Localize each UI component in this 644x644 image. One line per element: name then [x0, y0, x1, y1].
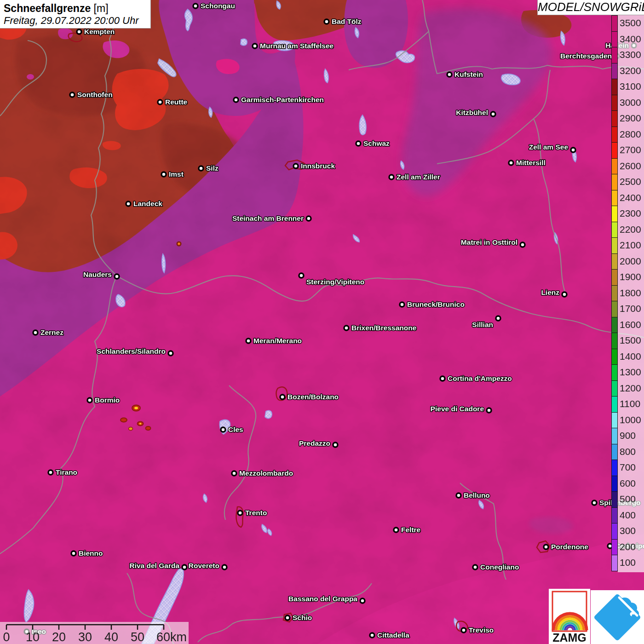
colorbar-tick-label: 1800 [620, 287, 644, 299]
city-dot [356, 141, 361, 146]
city-dot [333, 443, 338, 447]
city-bruneck-brunico: Bruneck/Brunico [400, 300, 465, 308]
city-label: Sonthofen [77, 91, 113, 98]
colorbar-tick-label: 2900 [620, 112, 644, 124]
colorbar-segment-200 [611, 539, 618, 556]
colorbar-segment-3000 [611, 95, 618, 111]
city-dot [544, 545, 548, 549]
scale-bar-label: 40 [104, 630, 118, 644]
map-datetime: Freitag, 29.07.2022 20:00 Uhr [4, 15, 147, 27]
city-dot [246, 339, 251, 343]
scale-bar-label: 30 [78, 630, 92, 644]
city-label: Imst [169, 170, 184, 178]
city-dot [70, 92, 75, 97]
city-label: Conegliano [480, 563, 519, 571]
colorbar-tick-label: 1400 [620, 351, 644, 362]
title-box: Schneefallgrenze [m] Freitag, 29.07.2022… [0, 0, 151, 29]
city-pieve-di-cadore: Pieve di Cadore [431, 405, 491, 413]
city-label: Schio [293, 614, 312, 621]
city-label: Pieve di Cadore [431, 405, 484, 413]
city-label: Kitzbühel [456, 109, 488, 116]
colorbar-tick-label: 2600 [620, 160, 644, 172]
city-bassano-del-grappa: Bassano del Grappa [288, 595, 365, 603]
city-conegliano: Conegliano [473, 563, 519, 571]
colorbar-tick-label: 1200 [620, 382, 644, 394]
city-dot [221, 427, 225, 432]
city-label: Bozen/Bolzano [288, 393, 339, 401]
city-dot [48, 470, 53, 475]
city-dot [232, 471, 236, 476]
mountain-cloud-icon [597, 597, 639, 638]
colorbar-tick-label: 3100 [620, 80, 644, 92]
city-dot [115, 274, 119, 279]
colorbar-segment-2900 [611, 110, 618, 127]
city-dot [520, 242, 525, 247]
city-dot [496, 316, 500, 321]
city-label: Rovereto [189, 562, 219, 569]
colorbar-segment-2600 [611, 158, 618, 175]
city-label: Feltre [401, 526, 421, 534]
city-dot [562, 292, 567, 297]
city-label: Cittadella [377, 631, 409, 639]
colorbar-tick-label: 300 [620, 525, 644, 537]
city-steinach-am-brenner: Steinach am Brenner [232, 214, 311, 222]
city-schlanders-silandro: Schlanders/Silandro [97, 347, 173, 356]
colorbar-segment-400 [611, 507, 618, 524]
colorbar-segment-1300 [611, 364, 618, 381]
city-label: Trento [245, 509, 267, 517]
colorbar-segment-2500 [611, 174, 618, 190]
colorbar-segment-3300 [611, 47, 618, 63]
city-label: Sterzing/Vipiteno [306, 278, 364, 286]
colorbar-tick-label: 600 [620, 477, 644, 489]
city-label: Mezzolombardo [239, 469, 293, 477]
city-label: Bruneck/Brunico [407, 300, 465, 308]
zamg-logo: ZAMG [549, 589, 590, 644]
city-label: Tirano [56, 468, 77, 476]
city-dot [447, 72, 452, 77]
colorbar-segment-1600 [611, 317, 618, 334]
city-label: Riva del Garda [129, 562, 179, 569]
city-dot [182, 565, 187, 569]
colorbar-tick-label: 1500 [620, 334, 644, 346]
colorbar-segment-1400 [611, 349, 618, 365]
scale-bar-graphic: 0102030405060km [0, 622, 189, 644]
city-dot [370, 633, 374, 638]
city-label: Zell am See [529, 143, 569, 151]
colorbar-segment-300 [611, 523, 618, 540]
colorbar-tick-label: 800 [620, 446, 644, 458]
colorbar-tick-label: 2100 [620, 239, 644, 251]
map-title: Schneefallgrenze [m] [4, 2, 147, 15]
city-dot [360, 598, 365, 603]
colorbar-segment-2100 [611, 237, 618, 254]
colorbar-tick-label: 3300 [620, 49, 644, 61]
title-text: Schneefallgrenze [4, 2, 91, 14]
city-dot [394, 528, 398, 532]
colorbar-segment-1800 [611, 285, 618, 302]
city-label: Nauders [83, 270, 112, 278]
city-bozen-bolzano: Bozen/Bolzano [280, 393, 339, 401]
city-label: Landeck [133, 200, 162, 207]
colorbar-tick-label: 500 [620, 493, 644, 505]
zamg-rainbow-icon [553, 614, 586, 630]
city-label: Treviso [469, 626, 494, 634]
city-dot [33, 330, 38, 335]
colorbar-tick-label: 1000 [620, 414, 644, 426]
scale-bar-label: 0 [3, 630, 10, 644]
colorbar-tick-label: 100 [620, 557, 644, 569]
city-label: Bassano del Grappa [288, 595, 357, 603]
city-dot [293, 164, 298, 168]
city-dot [306, 216, 311, 221]
city-dot [193, 4, 198, 8]
city-label: Cortina d'Ampezzo [448, 374, 512, 382]
city-dot [87, 398, 92, 402]
city-dot [592, 500, 597, 505]
colorbar-tick-label: 2800 [620, 128, 644, 140]
colorbar-segment-1200 [611, 380, 618, 397]
city-dot [491, 112, 495, 116]
title-unit: [m] [94, 2, 109, 14]
city-brixen-bressanone: Brixen/Bressanone [344, 324, 417, 332]
city-label: Meran/Merano [253, 337, 302, 345]
city-label: Cles [228, 426, 243, 433]
city-dot [440, 376, 445, 381]
city-label: Reutte [165, 98, 188, 106]
